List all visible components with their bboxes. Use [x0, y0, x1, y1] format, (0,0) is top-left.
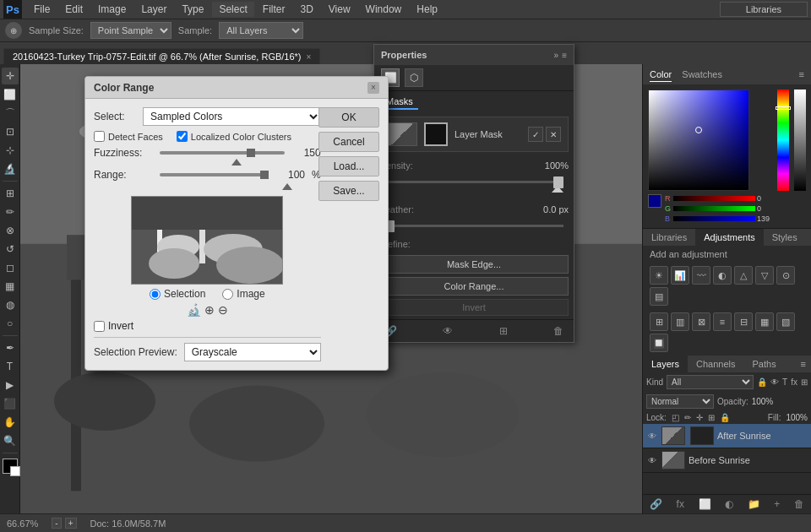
adj-bw-icon[interactable]: ▤	[650, 287, 668, 306]
kind-smart-icon[interactable]: ⊞	[801, 377, 808, 387]
menu-view[interactable]: View	[322, 2, 357, 17]
kind-filter-icon[interactable]: 🔒	[757, 377, 767, 387]
b-slider[interactable]	[673, 216, 755, 221]
load-button[interactable]: Load...	[318, 156, 379, 176]
layer-mask-icon[interactable]: ⬜	[699, 498, 711, 510]
menu-filter[interactable]: Filter	[256, 2, 292, 17]
adj-tab-libraries[interactable]: Libraries	[643, 229, 695, 246]
foreground-color[interactable]	[3, 459, 18, 474]
layers-panel-menu[interactable]: ≡	[796, 359, 811, 369]
kind-type-icon[interactable]: T	[782, 377, 787, 387]
density-slider[interactable]	[384, 181, 563, 183]
adj-threshold-icon[interactable]: ▦	[755, 312, 774, 331]
fuzziness-slider[interactable]	[160, 151, 285, 155]
tab-close-btn[interactable]: ×	[307, 52, 312, 62]
type-tool[interactable]: T	[2, 358, 19, 375]
kind-visibility-icon[interactable]: 👁	[770, 377, 779, 387]
props-delete-mask-btn[interactable]: ✕	[546, 127, 561, 142]
workspace-select[interactable]: Libraries	[720, 2, 808, 17]
dialog-close-btn[interactable]: ×	[367, 82, 379, 94]
props-menu-icon[interactable]: ≡	[562, 51, 567, 60]
adj-panel-menu[interactable]: ≡	[806, 232, 811, 242]
range-slider[interactable]	[160, 173, 269, 176]
clone-stamp-tool[interactable]: ⊗	[2, 222, 19, 239]
tab-layers[interactable]: Layers	[643, 356, 688, 372]
image-radio[interactable]	[222, 289, 233, 300]
adj-colorlookup-icon[interactable]: ⊠	[692, 312, 710, 331]
g-slider[interactable]	[673, 206, 755, 211]
adj-channelmixer-icon[interactable]: ▥	[671, 312, 689, 331]
path-select-tool[interactable]: ▶	[2, 377, 19, 394]
background-color[interactable]	[10, 466, 20, 476]
menu-window[interactable]: Window	[359, 2, 409, 17]
menu-type[interactable]: Type	[175, 2, 210, 17]
selection-radio[interactable]	[150, 289, 161, 300]
props-apply-mask-btn[interactable]: ✓	[528, 127, 543, 142]
move-tool[interactable]: ✛	[2, 68, 19, 84]
selection-preview-select[interactable]: Grayscale None Black Matte White Matte Q…	[184, 343, 321, 361]
layer-fx-icon[interactable]: fx	[677, 498, 684, 510]
adj-brightness-icon[interactable]: ☀	[650, 266, 668, 285]
layer-group-icon[interactable]: 📁	[748, 498, 760, 510]
adj-vibrance-icon[interactable]: △	[734, 266, 753, 285]
cancel-button[interactable]: Cancel	[318, 132, 379, 152]
props-visibility-icon[interactable]: 👁	[439, 323, 456, 339]
quick-select-tool[interactable]: ⊡	[2, 123, 19, 140]
zoom-tool[interactable]: 🔍	[2, 432, 19, 449]
adj-curves-icon[interactable]: 〰	[692, 266, 710, 285]
patch-tool[interactable]: ⊞	[2, 185, 19, 202]
alpha-bar[interactable]	[794, 90, 806, 191]
menu-edit[interactable]: Edit	[58, 2, 90, 17]
eyedropper-plus-btn[interactable]: ⊕	[204, 303, 215, 317]
kind-effect-icon[interactable]: fx	[791, 377, 797, 387]
adj-tab-adjustments[interactable]: Adjustments	[695, 229, 764, 246]
vector-mask-icon[interactable]: ⬡	[405, 68, 423, 87]
lock-all-icon[interactable]: 🔒	[720, 413, 730, 422]
layer-new-icon[interactable]: +	[774, 498, 780, 510]
props-invert-btn[interactable]: Invert	[379, 299, 569, 316]
lock-position-icon[interactable]: ✛	[696, 413, 703, 422]
pen-tool[interactable]: ✒	[2, 339, 19, 356]
eyedropper-minus-btn[interactable]: ⊖	[218, 303, 228, 317]
sample-size-select[interactable]: Point Sample	[90, 22, 171, 39]
foreground-swatch[interactable]	[648, 194, 661, 208]
rectangular-marquee-tool[interactable]: ⬜	[2, 86, 19, 103]
menu-help[interactable]: Help	[410, 2, 444, 17]
lock-pixels-icon[interactable]: ✏	[684, 413, 691, 422]
layer-delete-icon[interactable]: 🗑	[794, 498, 804, 510]
hue-bar[interactable]	[777, 90, 789, 191]
adj-invert-icon[interactable]: ≡	[713, 312, 732, 331]
select-dropdown[interactable]: Sampled Colors Reds Yellows Greens Blues…	[143, 107, 321, 126]
blur-tool[interactable]: ◍	[2, 296, 19, 313]
adj-hsl-icon[interactable]: ▽	[755, 266, 774, 285]
localized-color-checkbox[interactable]	[177, 131, 188, 142]
history-brush-tool[interactable]: ↺	[2, 241, 19, 258]
adj-selectivecolor-icon[interactable]: 🔲	[650, 334, 668, 352]
adj-colorbalance-icon[interactable]: ⊙	[776, 266, 795, 285]
lock-transparent-icon[interactable]: ◰	[672, 413, 679, 422]
props-mask-preview[interactable]	[424, 122, 448, 146]
feather-slider[interactable]	[384, 225, 563, 227]
tab-paths[interactable]: Paths	[744, 356, 785, 372]
menu-image[interactable]: Image	[91, 2, 133, 17]
menu-3d[interactable]: 3D	[293, 2, 319, 17]
hand-tool[interactable]: ✋	[2, 414, 19, 431]
lasso-tool[interactable]: ⌒	[2, 105, 19, 122]
ok-button[interactable]: OK	[318, 107, 379, 128]
layer-row-before-sunrise[interactable]: 👁 Before Sunrise	[643, 448, 811, 473]
zoom-increase-btn[interactable]: +	[65, 518, 77, 529]
detect-faces-checkbox[interactable]	[94, 131, 105, 142]
shape-tool[interactable]: ⬛	[2, 395, 19, 412]
document-tab[interactable]: 20160423-Turkey Trip-0757-Edit.tif @ 66.…	[3, 48, 320, 64]
adj-exposure-icon[interactable]: ◐	[713, 266, 732, 285]
layer-row-after-sunrise[interactable]: 👁 After Sunrise	[643, 424, 811, 448]
props-delete-icon[interactable]: 🗑	[550, 323, 567, 339]
adj-tab-styles[interactable]: Styles	[764, 229, 806, 246]
kind-select[interactable]: All	[667, 375, 754, 389]
blend-mode-select[interactable]: Normal	[646, 394, 714, 409]
adj-gradientmap-icon[interactable]: ▧	[776, 312, 795, 331]
props-filter-icon[interactable]: ⊞	[496, 323, 511, 339]
mask-edge-btn[interactable]: Mask Edge...	[379, 255, 569, 274]
adj-levels-icon[interactable]: 📊	[671, 266, 689, 285]
layer-adjustment-icon[interactable]: ◐	[725, 498, 733, 510]
